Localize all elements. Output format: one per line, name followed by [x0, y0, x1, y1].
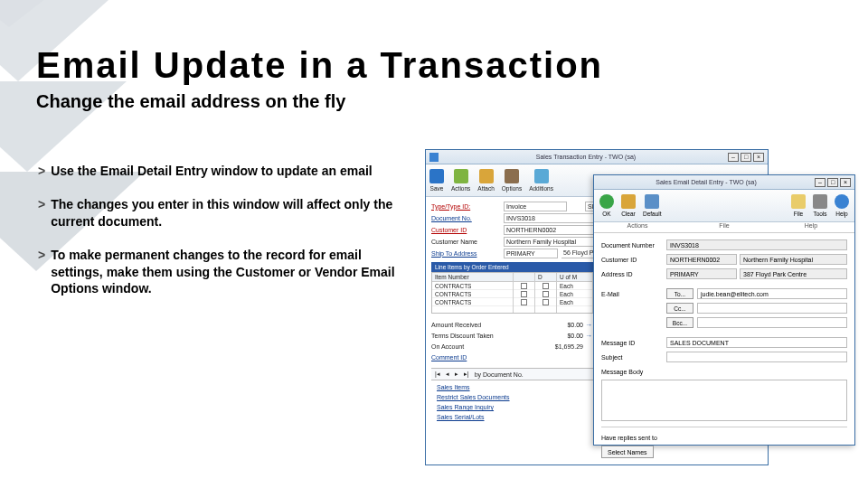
- screenshot-region: Sales Transaction Entry - TWO (sa) – □ ×…: [425, 149, 859, 483]
- checkbox[interactable]: [521, 291, 527, 297]
- window-title: Sales Transaction Entry - TWO (sa): [444, 154, 728, 160]
- shipto-value[interactable]: PRIMARY: [504, 249, 558, 258]
- to-button[interactable]: To...: [666, 288, 693, 299]
- clear-button[interactable]: Clear: [621, 194, 636, 217]
- custname-label: Customer Name: [431, 239, 504, 245]
- bullet-marker: >: [38, 247, 45, 298]
- subject-label: Subject: [601, 354, 666, 361]
- grid-cell[interactable]: Each: [557, 298, 592, 306]
- select-names-button[interactable]: Select Names: [601, 446, 654, 458]
- maximize-button[interactable]: □: [827, 178, 838, 187]
- bullet-text: Use the Email Detail Entry window to upd…: [51, 163, 373, 180]
- subbar-actions: Actions: [594, 222, 681, 232]
- grid-col-uofm: U of M: [557, 273, 592, 282]
- close-button[interactable]: ×: [840, 178, 851, 187]
- addrid-value: PRIMARY: [666, 268, 737, 279]
- maximize-button[interactable]: □: [741, 153, 751, 162]
- additions-button[interactable]: Additions: [529, 169, 553, 192]
- bullet-text: To make permanent changes to the record …: [51, 247, 409, 298]
- onacct-label: On Account: [431, 343, 531, 350]
- msgid-label: Message ID: [601, 340, 666, 346]
- minimize-button[interactable]: –: [728, 153, 739, 162]
- nav-next-icon[interactable]: ▸: [455, 371, 458, 378]
- shipto-label: Ship To Address: [431, 250, 504, 257]
- grid-cell[interactable]: CONTRACTS: [432, 290, 513, 298]
- onacct-value: $1,695.29: [531, 343, 585, 350]
- custid-value: NORTHERN0002: [666, 254, 737, 265]
- bullet-marker: >: [38, 196, 45, 230]
- type-label: Type/Type ID:: [431, 203, 504, 210]
- grid-cell[interactable]: Each: [557, 290, 592, 298]
- body-label: Message Body: [601, 369, 666, 375]
- bullet-marker: >: [38, 163, 45, 180]
- replies-field[interactable]: [659, 446, 847, 458]
- amt-received-value: $0.00: [531, 322, 585, 328]
- close-button[interactable]: ×: [753, 153, 764, 162]
- bcc-field[interactable]: [697, 317, 847, 328]
- checkbox[interactable]: [521, 283, 527, 289]
- slide-subtitle: Change the email address on the fly: [36, 91, 832, 112]
- checkbox[interactable]: [542, 299, 549, 305]
- sales-email-detail-entry-window: Sales Email Detail Entry - TWO (sa) – □ …: [593, 174, 855, 446]
- nav-sort-label: by Document No.: [475, 371, 524, 378]
- help-button[interactable]: Help: [835, 194, 849, 217]
- checkbox[interactable]: [521, 299, 527, 305]
- replies-label: Have replies sent to: [601, 435, 692, 441]
- type-value[interactable]: Invoice: [504, 202, 567, 211]
- attach-button[interactable]: Attach: [477, 169, 494, 192]
- actions-button[interactable]: Actions: [451, 169, 470, 192]
- custid-extra: Northern Family Hospital: [740, 254, 847, 265]
- slide-title: Email Update in a Transaction: [36, 45, 832, 86]
- nav-last-icon[interactable]: ▸|: [464, 371, 469, 378]
- options-button[interactable]: Options: [502, 169, 522, 192]
- cc-field[interactable]: [697, 303, 847, 314]
- addrid-label: Address ID: [601, 271, 666, 277]
- default-button[interactable]: Default: [643, 194, 662, 217]
- subbar-file: File: [681, 222, 768, 232]
- save-button[interactable]: Save: [429, 169, 444, 192]
- to-field[interactable]: judie.bean@elitech.com: [697, 288, 847, 299]
- custid-label: Customer ID: [601, 257, 666, 263]
- checkbox[interactable]: [542, 283, 549, 289]
- grid-cell[interactable]: CONTRACTS: [432, 282, 513, 290]
- subject-field[interactable]: [666, 352, 847, 362]
- grid-col-d: D: [535, 273, 556, 282]
- grid-cell[interactable]: CONTRACTS: [432, 298, 513, 306]
- msgid-field[interactable]: SALES DOCUMENT: [666, 337, 847, 348]
- grid-cell[interactable]: Each: [557, 282, 592, 290]
- custid-label: Customer ID: [431, 227, 504, 233]
- grid-col-item: Item Number: [432, 273, 513, 282]
- message-body-field[interactable]: [601, 380, 847, 421]
- docno-label: Document No.: [431, 215, 504, 221]
- nav-first-icon[interactable]: |◂: [435, 371, 440, 378]
- bcc-button[interactable]: Bcc...: [666, 317, 693, 328]
- docnum-value: INVS3018: [666, 239, 847, 250]
- docnum-label: Document Number: [601, 242, 666, 249]
- addrid-extra: 387 Floyd Park Centre: [740, 268, 847, 279]
- amt-received-label: Amount Received: [431, 322, 531, 328]
- grid-col: [514, 273, 534, 282]
- app-icon: [429, 153, 439, 162]
- comment-id-label[interactable]: Comment ID: [431, 354, 531, 361]
- window-title: Sales Email Detail Entry - TWO (sa): [598, 179, 815, 185]
- bullet-list: >Use the Email Detail Entry window to up…: [38, 163, 409, 314]
- nav-prev-icon[interactable]: ◂: [446, 371, 449, 378]
- email-label: E-Mail: [601, 291, 666, 297]
- subbar-help: Help: [768, 222, 854, 232]
- disc-taken-label: Terms Discount Taken: [431, 333, 531, 339]
- checkbox[interactable]: [542, 291, 549, 297]
- bullet-text: The changes you enter in this window wil…: [51, 196, 409, 230]
- cc-button[interactable]: Cc...: [666, 303, 693, 314]
- minimize-button[interactable]: –: [815, 178, 826, 187]
- tools-button[interactable]: Tools: [813, 194, 827, 217]
- disc-taken-value: $0.00: [531, 333, 585, 339]
- file-button[interactable]: File: [791, 194, 806, 217]
- ok-button[interactable]: OK: [599, 194, 614, 217]
